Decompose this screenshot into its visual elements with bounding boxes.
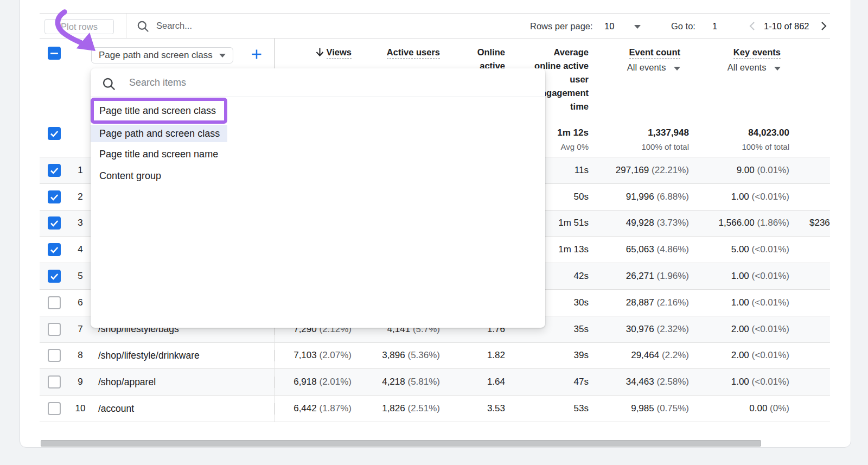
page-path-cell: /account bbox=[98, 403, 134, 414]
engagement-time-cell: 50s bbox=[574, 192, 589, 202]
dimension-option[interactable]: Page title and screen name bbox=[91, 143, 227, 165]
active-users-cell: 4,218 bbox=[382, 377, 405, 387]
row-number: 8 bbox=[78, 350, 82, 360]
toolbar-divider bbox=[126, 14, 126, 38]
row-checkbox-unchecked[interactable] bbox=[48, 375, 61, 388]
sort-descending-icon bbox=[315, 47, 324, 57]
menu-search-row: Search items bbox=[91, 68, 545, 97]
add-dimension-button[interactable] bbox=[251, 49, 262, 60]
page-path-cell: /shop/lifestyle/drinkware bbox=[98, 350, 200, 361]
engagement-time-cell: 39s bbox=[574, 350, 589, 360]
row-checkbox-checked[interactable] bbox=[48, 216, 61, 230]
analytics-report-page: Plot rows Search... Rows per page: 10 Go… bbox=[0, 0, 868, 465]
key-events-cell: 1,566.00 bbox=[719, 218, 755, 228]
active-users-cell: 1,826 bbox=[382, 403, 405, 413]
table-row: 10/account6,442 (1.87%)1,826 (2.51%)3.53… bbox=[40, 395, 830, 422]
dimension-dropdown-button[interactable]: Page path and screen class bbox=[91, 47, 233, 63]
engagement-time-cell: 53s bbox=[574, 403, 589, 413]
key-events-cell: 1.00 bbox=[731, 377, 749, 387]
row-checkbox-unchecked[interactable] bbox=[48, 296, 61, 309]
column-header-event-count[interactable]: Event count All events bbox=[589, 39, 689, 122]
key-events-cell: 1.00 bbox=[731, 192, 749, 202]
rows-per-page-select[interactable]: 10 bbox=[604, 21, 614, 31]
revenue-cell: $236 bbox=[809, 218, 830, 228]
row-checkbox-unchecked[interactable] bbox=[48, 323, 61, 336]
event-count-cell: 34,463 bbox=[626, 377, 654, 387]
row-checkbox-checked[interactable] bbox=[48, 164, 61, 177]
event-count-cell: 30,976 bbox=[626, 324, 654, 334]
online-active-cell: 3.53 bbox=[487, 403, 505, 413]
event-count-cell: 29,464 bbox=[631, 350, 659, 360]
previous-page-icon[interactable] bbox=[749, 21, 756, 31]
menu-search-input[interactable]: Search items bbox=[129, 77, 186, 88]
row-checkbox-checked[interactable] bbox=[48, 190, 61, 203]
rows-per-page-caret-icon[interactable] bbox=[634, 25, 641, 29]
next-page-icon[interactable] bbox=[820, 21, 827, 31]
horizontal-scrollbar-thumb[interactable] bbox=[41, 440, 761, 447]
dimension-option[interactable]: Content group bbox=[91, 165, 227, 187]
row-number: 5 bbox=[78, 271, 82, 281]
row-number: 10 bbox=[75, 403, 86, 413]
pagination-range: 1-10 of 862 bbox=[764, 21, 809, 31]
page-path-cell: /shop/apparel bbox=[98, 377, 156, 387]
key-events-cell: 1.00 bbox=[731, 297, 749, 308]
engagement-time-cell: 47s bbox=[574, 377, 589, 387]
event-count-cell: 9,985 bbox=[631, 403, 654, 413]
engagement-time-cell: 11s bbox=[575, 165, 589, 175]
row-checkbox-unchecked[interactable] bbox=[48, 349, 61, 362]
key-events-cell: 2.00 bbox=[731, 324, 749, 334]
row-number: 7 bbox=[78, 324, 82, 334]
dimension-dropdown-label: Page path and screen class bbox=[92, 50, 219, 61]
key-events-cell: 2.00 bbox=[731, 350, 749, 360]
engagement-time-cell: 1m 51s bbox=[558, 218, 589, 228]
engagement-time-cell: 30s bbox=[574, 297, 589, 308]
totals-key-events-sub: 100% of total bbox=[689, 142, 789, 152]
row-number: 6 bbox=[78, 297, 82, 308]
annotation-arrow bbox=[49, 3, 100, 58]
totals-event-count-sub: 100% of total bbox=[589, 142, 689, 152]
online-active-cell: 1.82 bbox=[487, 350, 505, 360]
event-count-cell: 91,996 bbox=[626, 192, 654, 202]
totals-checkbox[interactable] bbox=[48, 127, 61, 140]
table-row: 9/shop/apparel6,918 (2.01%)4,218 (5.81%)… bbox=[40, 368, 830, 395]
annotation-highlight-box bbox=[91, 98, 227, 124]
go-to-input[interactable]: 1 bbox=[712, 21, 717, 31]
key-events-filter[interactable]: All events bbox=[689, 61, 781, 74]
views-cell: 6,442 bbox=[293, 403, 317, 413]
row-number: 1 bbox=[78, 165, 82, 175]
row-number: 9 bbox=[78, 377, 82, 387]
search-input[interactable]: Search... bbox=[156, 21, 192, 31]
row-checkbox-unchecked[interactable] bbox=[48, 402, 61, 415]
event-count-cell: 49,928 bbox=[626, 218, 654, 228]
row-checkbox-checked[interactable] bbox=[48, 243, 61, 256]
column-header-key-events[interactable]: Key events All events bbox=[689, 39, 789, 122]
engagement-time-cell: 35s bbox=[574, 324, 589, 334]
views-cell: 6,918 bbox=[293, 377, 317, 387]
table-row: 8/shop/lifestyle/drinkware7,103 (2.07%)3… bbox=[40, 342, 830, 369]
rows-per-page-label: Rows per page: bbox=[530, 21, 593, 31]
event-count-cell: 26,271 bbox=[626, 271, 654, 281]
event-count-cell: 28,887 bbox=[626, 297, 654, 308]
online-active-cell: 1.64 bbox=[487, 377, 505, 387]
key-events-cell: 0.00 bbox=[749, 403, 767, 413]
engagement-time-cell: 1m 13s bbox=[558, 244, 589, 254]
engagement-time-cell: 42s bbox=[574, 271, 589, 281]
key-events-cell: 1.00 bbox=[731, 271, 749, 281]
event-count-filter[interactable]: All events bbox=[589, 61, 680, 74]
event-count-cell: 65,063 bbox=[626, 244, 654, 254]
row-number: 4 bbox=[78, 244, 82, 254]
active-users-cell: 3,896 bbox=[382, 350, 405, 360]
key-events-cell: 5.00 bbox=[731, 244, 749, 254]
totals-key-events: 84,023.00 bbox=[689, 127, 789, 139]
row-number: 3 bbox=[78, 218, 82, 228]
event-count-cell: 297,169 bbox=[616, 165, 649, 175]
table-toolbar: Plot rows Search... Rows per page: 10 Go… bbox=[40, 13, 830, 39]
dimension-option[interactable]: Page path and screen class bbox=[91, 125, 227, 142]
totals-event-count: 1,337,948 bbox=[589, 127, 689, 139]
go-to-label: Go to: bbox=[671, 21, 695, 31]
dimension-caret-icon bbox=[219, 54, 226, 58]
key-events-cell: 9.00 bbox=[737, 165, 755, 175]
search-icon bbox=[137, 20, 149, 32]
table-bottom-border bbox=[40, 422, 830, 422]
row-checkbox-checked[interactable] bbox=[48, 270, 61, 283]
